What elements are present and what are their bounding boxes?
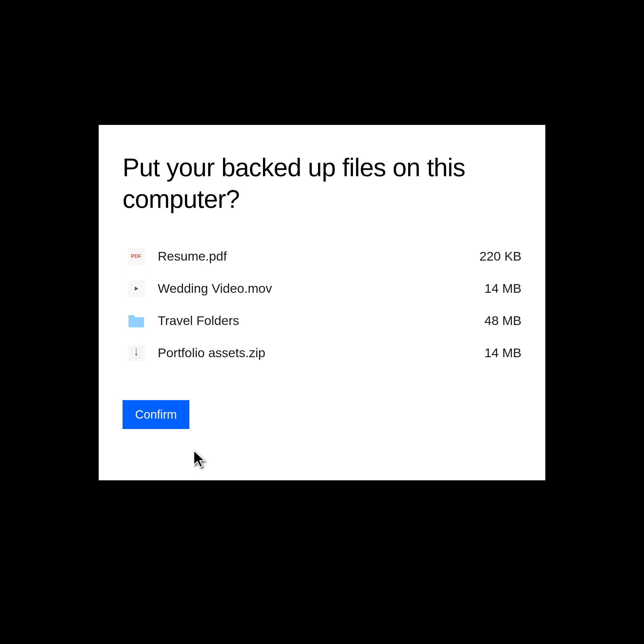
pdf-icon: PDF (128, 248, 145, 265)
svg-rect-5 (135, 353, 137, 356)
dialog-title: Put your backed up files on this compute… (123, 152, 521, 215)
zip-icon (128, 345, 145, 361)
svg-rect-2 (136, 349, 137, 350)
file-row: Wedding Video.mov 14 MB (128, 280, 521, 297)
svg-rect-3 (136, 350, 137, 351)
confirm-button[interactable]: Confirm (123, 400, 189, 429)
file-size: 14 MB (484, 281, 521, 296)
file-row: Travel Folders 48 MB (128, 312, 521, 329)
file-size: 48 MB (484, 313, 521, 328)
file-name: Wedding Video.mov (158, 281, 471, 296)
file-name: Portfolio assets.zip (158, 346, 471, 360)
video-icon (128, 280, 145, 297)
file-size: 14 MB (484, 346, 521, 360)
file-name: Resume.pdf (158, 249, 466, 264)
file-size: 220 KB (479, 249, 521, 264)
file-row: PDF Resume.pdf 220 KB (128, 248, 521, 265)
cursor-icon (193, 449, 208, 471)
file-list: PDF Resume.pdf 220 KB Wedding Video.mov … (123, 248, 521, 361)
svg-rect-4 (136, 352, 137, 353)
svg-marker-0 (135, 287, 138, 291)
file-name: Travel Folders (158, 313, 471, 328)
folder-icon (128, 312, 145, 329)
file-row: Portfolio assets.zip 14 MB (128, 345, 521, 361)
restore-files-dialog: Put your backed up files on this compute… (99, 125, 545, 480)
